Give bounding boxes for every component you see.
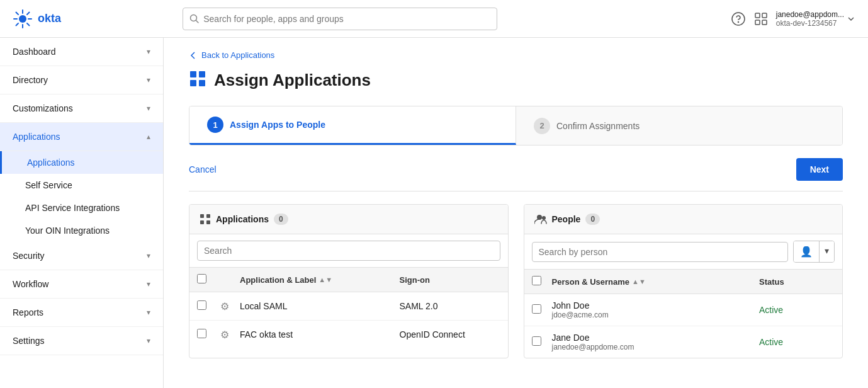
sidebar-item-dashboard[interactable]: Dashboard ▾ — [0, 38, 163, 66]
back-link[interactable]: Back to Applications — [189, 50, 843, 60]
wizard-tab-step2[interactable]: 2 Confirm Assignments — [516, 106, 842, 145]
page-title: Assign Applications — [214, 71, 371, 90]
svg-rect-24 — [206, 220, 210, 224]
svg-line-8 — [16, 23, 19, 26]
chevron-down-icon — [847, 14, 855, 23]
sort-icon: ▲▼ — [318, 276, 332, 283]
nav-right: janedoe@appdom... okta-dev-1234567 — [731, 10, 855, 28]
apps-search-row — [189, 234, 508, 268]
svg-line-5 — [16, 12, 19, 14]
app-name-fac: FAC okta test — [240, 329, 400, 340]
person-status-jane-doe: Active — [759, 337, 835, 347]
wizard-step2-num: 2 — [534, 118, 550, 134]
help-icon[interactable] — [731, 11, 746, 26]
person-row-john-doe: John Doe jdoe@acme.com Active — [524, 294, 843, 326]
svg-point-11 — [732, 13, 745, 25]
svg-rect-19 — [190, 80, 196, 86]
assign-apps-icon — [189, 70, 206, 91]
svg-rect-13 — [755, 13, 760, 18]
layout: Dashboard ▾ Directory ▾ Customizations ▾… — [0, 38, 868, 388]
app-signon-fac: OpenID Connect — [400, 329, 500, 340]
next-button[interactable]: Next — [796, 158, 843, 181]
apps-select-all-checkbox[interactable] — [197, 274, 206, 283]
people-panel-title: People — [552, 214, 581, 224]
chevron-down-icon: ▾ — [147, 251, 150, 260]
search-input[interactable] — [203, 14, 490, 24]
sidebar-sub-api-service[interactable]: API Service Integrations — [0, 197, 163, 219]
person-row-jane-doe: Jane Doe janedoe@appdome.com Active — [524, 326, 843, 358]
applications-panel: Applications 0 Application & Label ▲▼ S — [189, 204, 509, 358]
wizard-tab-step1[interactable]: 1 Assign Apps to People — [189, 106, 516, 145]
people-panel: People 0 👤 ▾ Person & Username — [524, 204, 843, 358]
apps-col-signon-label: Sign-on — [400, 275, 500, 285]
sidebar-item-directory-label: Directory — [13, 75, 48, 85]
logo[interactable]: okta — [13, 9, 61, 29]
wizard-tabs: 1 Assign Apps to People 2 Confirm Assign… — [189, 106, 843, 146]
apps-search-input[interactable] — [197, 241, 500, 261]
svg-rect-14 — [762, 13, 767, 18]
sidebar-item-dashboard-label: Dashboard — [13, 47, 56, 57]
svg-rect-16 — [762, 20, 767, 25]
sidebar-item-security[interactable]: Security ▾ — [0, 242, 163, 270]
sidebar-item-settings[interactable]: Settings ▾ — [0, 327, 163, 355]
app-checkbox-local-saml[interactable] — [197, 300, 206, 310]
person-checkbox-john-doe[interactable] — [532, 304, 541, 314]
actions-row: Cancel Next — [189, 158, 843, 191]
wizard-step1-num: 1 — [207, 117, 223, 133]
chevron-down-icon: ▾ — [147, 308, 150, 317]
sidebar-item-workflow[interactable]: Workflow ▾ — [0, 270, 163, 299]
sidebar-item-security-label: Security — [13, 251, 45, 261]
sidebar-item-customizations[interactable]: Customizations ▾ — [0, 94, 163, 123]
sidebar-item-reports-label: Reports — [13, 307, 43, 317]
chevron-down-icon: ▾ — [147, 104, 150, 113]
sidebar-sub-oin[interactable]: Your OIN Integrations — [0, 219, 163, 242]
person-username-jane-doe: janedoe@appdome.com — [552, 343, 634, 351]
sidebar-sub-applications[interactable]: Applications — [0, 151, 163, 174]
person-cell-john-doe: John Doe jdoe@acme.com — [552, 300, 609, 319]
sidebar: Dashboard ▾ Directory ▾ Customizations ▾… — [0, 38, 164, 388]
sidebar-item-applications-label: Applications — [13, 132, 60, 142]
apps-col-app-label: Application & Label — [240, 275, 316, 285]
chevron-down-icon: ▾ — [147, 280, 150, 288]
people-icon — [534, 214, 547, 225]
people-panel-count: 0 — [585, 214, 600, 225]
applications-panel-title: Applications — [216, 214, 269, 224]
sidebar-applications-submenu: Applications Self Service API Service In… — [0, 151, 163, 242]
person-checkbox-jane-doe[interactable] — [532, 336, 541, 346]
svg-rect-21 — [200, 214, 204, 218]
chevron-down-icon: ▾ — [147, 336, 150, 345]
global-search[interactable] — [183, 8, 497, 30]
svg-rect-17 — [190, 71, 196, 77]
svg-rect-18 — [199, 71, 205, 77]
okta-logo-icon — [13, 9, 33, 29]
svg-line-7 — [27, 12, 30, 14]
person-name-jane-doe: Jane Doe — [552, 333, 634, 343]
sidebar-item-directory[interactable]: Directory ▾ — [0, 66, 163, 94]
people-select-all-checkbox[interactable] — [532, 276, 541, 285]
apps-table-header: Application & Label ▲▼ Sign-on — [189, 268, 508, 292]
chevron-down-icon: ▾ — [147, 47, 150, 56]
sidebar-item-customizations-label: Customizations — [13, 103, 73, 113]
user-org: okta-dev-1234567 — [776, 19, 844, 28]
sidebar-sub-self-service[interactable]: Self Service — [0, 174, 163, 197]
people-panel-header: People 0 — [524, 205, 843, 234]
person-cell-jane-doe: Jane Doe janedoe@appdome.com — [552, 333, 634, 351]
cancel-button[interactable]: Cancel — [189, 159, 217, 180]
person-name-john-doe: John Doe — [552, 300, 609, 311]
user-menu[interactable]: janedoe@appdom... okta-dev-1234567 — [776, 10, 855, 28]
sidebar-item-reports[interactable]: Reports ▾ — [0, 299, 163, 327]
app-row-local-saml: ⚙ Local SAML SAML 2.0 — [189, 292, 508, 321]
app-checkbox-fac[interactable] — [197, 329, 206, 338]
search-icon — [189, 14, 200, 24]
chevron-down-icon: ▾ — [147, 76, 150, 84]
wizard-step2-label: Confirm Assignments — [556, 121, 640, 131]
chevron-down-icon[interactable]: ▾ — [819, 241, 834, 262]
people-search-input[interactable] — [532, 242, 789, 262]
people-col-status-label: Status — [759, 277, 835, 287]
sidebar-item-applications[interactable]: Applications ▴ — [0, 123, 163, 151]
person-filter[interactable]: 👤 ▾ — [793, 241, 835, 263]
svg-line-6 — [27, 23, 30, 26]
grid-icon[interactable] — [753, 11, 769, 26]
person-filter-icon: 👤 — [794, 241, 819, 262]
sort-icon: ▲▼ — [632, 278, 646, 285]
